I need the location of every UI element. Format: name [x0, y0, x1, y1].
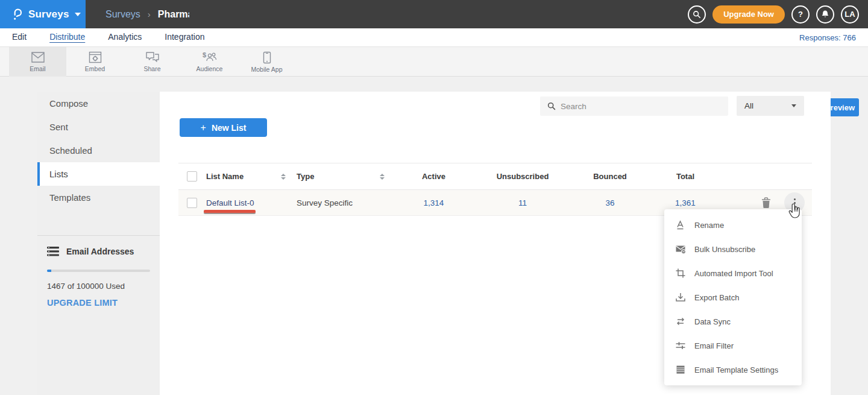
- col-list-name: List Name: [206, 172, 244, 181]
- menu-item-data-sync[interactable]: Data Sync: [664, 309, 802, 333]
- channel-mobile-app[interactable]: Mobile App: [238, 47, 295, 77]
- breadcrumb-surveys-link[interactable]: Surveys: [105, 9, 140, 20]
- channel-label: Email: [30, 65, 45, 72]
- menu-item-bulk-unsubscribe[interactable]: Bulk Unsubscribe: [664, 237, 802, 261]
- list-type: Survey Specific: [297, 198, 353, 207]
- trash-icon: [761, 197, 771, 208]
- list-search: [540, 96, 728, 116]
- menu-item-rename[interactable]: Rename: [664, 213, 802, 237]
- total-count[interactable]: 1,361: [649, 198, 722, 207]
- filter-value: All: [744, 101, 753, 110]
- list-name-link[interactable]: Default List-0: [206, 198, 254, 207]
- email-usage-text: 1467 of 100000 Used: [47, 282, 150, 291]
- channel-email[interactable]: Email: [9, 47, 66, 77]
- bulk-unsubscribe-icon: [675, 244, 686, 254]
- table-header-row: List Name Type Active Unsubscribed Bounc…: [178, 163, 812, 190]
- questionpro-logo-icon: [11, 8, 23, 21]
- col-bounced: Bounced: [571, 172, 649, 181]
- breadcrumb: Surveys › Pharma: [105, 0, 189, 28]
- search-button[interactable]: [688, 5, 706, 24]
- chevron-down-icon: [791, 104, 796, 107]
- breadcrumb-survey-name: Pharma: [158, 9, 189, 20]
- sidebar-item-compose[interactable]: Compose: [37, 92, 160, 115]
- channel-label: Mobile App: [251, 66, 283, 73]
- red-annotation-underline: [204, 210, 256, 213]
- automated-import-icon: [675, 268, 686, 279]
- notifications-button[interactable]: [816, 5, 834, 24]
- email-filter-icon: [675, 340, 686, 351]
- avatar-initials: LA: [844, 10, 855, 19]
- list-lines-icon: [47, 247, 59, 256]
- email-sidebar: Compose Sent Scheduled Lists Templates E…: [37, 92, 160, 395]
- email-icon: [31, 51, 45, 63]
- product-switcher[interactable]: Surveys: [0, 0, 86, 28]
- sidebar-item-templates[interactable]: Templates: [37, 186, 160, 209]
- channel-label: Share: [143, 65, 160, 72]
- upgrade-now-button[interactable]: Upgrade Now: [712, 5, 785, 24]
- survey-tab-bar: Edit Distribute Analytics Integration Re…: [0, 28, 868, 47]
- export-batch-icon: [675, 292, 686, 303]
- col-active: Active: [393, 172, 474, 181]
- distribute-channel-bar: Email Embed Share $ Audience Mobile App: [0, 47, 868, 77]
- embed-icon: [89, 51, 102, 63]
- channel-label: Embed: [85, 65, 105, 72]
- sidebar-item-scheduled[interactable]: Scheduled: [37, 139, 160, 162]
- tab-distribute[interactable]: Distribute: [49, 32, 85, 43]
- breadcrumb-separator: ›: [148, 9, 151, 19]
- plus-icon: +: [201, 122, 206, 133]
- delete-list-button[interactable]: [761, 197, 771, 208]
- email-addresses-section: Email Addresses 1467 of 100000 Used UPGR…: [37, 235, 160, 308]
- svg-text:$: $: [203, 51, 206, 58]
- search-input[interactable]: [561, 102, 721, 111]
- menu-item-email-filter[interactable]: Email Filter: [664, 333, 802, 358]
- tab-integration[interactable]: Integration: [165, 32, 204, 43]
- active-count[interactable]: 1,314: [393, 198, 474, 207]
- avatar[interactable]: LA: [841, 5, 859, 24]
- lists-table: List Name Type Active Unsubscribed Bounc…: [178, 163, 812, 216]
- rename-icon: [675, 220, 686, 230]
- menu-item-email-template-settings[interactable]: Email Template Settings: [664, 358, 802, 382]
- sort-icon[interactable]: [281, 174, 286, 180]
- unsubscribed-count[interactable]: 11: [474, 198, 571, 207]
- list-filter-dropdown[interactable]: All: [737, 96, 804, 116]
- mobile-app-icon: [263, 51, 271, 64]
- channel-label: Audience: [197, 65, 223, 72]
- help-icon: ?: [798, 10, 803, 19]
- tab-analytics[interactable]: Analytics: [108, 32, 142, 43]
- row-actions-menu: Rename Bulk Unsubscribe Automated Import…: [664, 209, 802, 385]
- sidebar-item-lists[interactable]: Lists: [37, 162, 160, 186]
- col-total: Total: [649, 172, 722, 181]
- channel-embed[interactable]: Embed: [66, 47, 124, 77]
- data-sync-icon: [675, 316, 686, 327]
- email-template-settings-icon: [675, 364, 686, 375]
- menu-item-automated-import-tool[interactable]: Automated Import Tool: [664, 261, 802, 285]
- upgrade-limit-link[interactable]: UPGRADE LIMIT: [47, 298, 150, 308]
- top-header: Surveys Surveys › Pharma Upgrade Now ? L…: [0, 0, 868, 28]
- search-icon: [693, 10, 701, 19]
- bell-icon: [821, 10, 829, 19]
- menu-item-export-batch[interactable]: Export Batch: [664, 285, 802, 309]
- new-list-button[interactable]: + New List: [180, 118, 267, 137]
- product-label: Surveys: [28, 8, 69, 21]
- col-unsubscribed: Unsubscribed: [474, 172, 571, 181]
- search-icon: [547, 102, 556, 110]
- share-icon: [145, 51, 160, 63]
- col-type: Type: [297, 172, 314, 181]
- row-checkbox[interactable]: [187, 198, 197, 208]
- bounced-count[interactable]: 36: [571, 198, 649, 207]
- sidebar-item-sent[interactable]: Sent: [37, 115, 160, 139]
- sort-icon[interactable]: [380, 174, 385, 180]
- responses-count[interactable]: Responses: 766: [799, 33, 856, 42]
- channel-share[interactable]: Share: [124, 47, 181, 77]
- audience-icon: $: [202, 51, 218, 63]
- email-usage-progressbar: [47, 270, 150, 272]
- select-all-checkbox[interactable]: [187, 171, 197, 182]
- tab-edit[interactable]: Edit: [12, 32, 27, 43]
- help-button[interactable]: ?: [791, 5, 810, 24]
- chevron-down-icon: [75, 13, 81, 16]
- email-addresses-title: Email Addresses: [66, 247, 134, 256]
- channel-audience[interactable]: $ Audience: [181, 47, 238, 77]
- kebab-icon: [794, 198, 796, 200]
